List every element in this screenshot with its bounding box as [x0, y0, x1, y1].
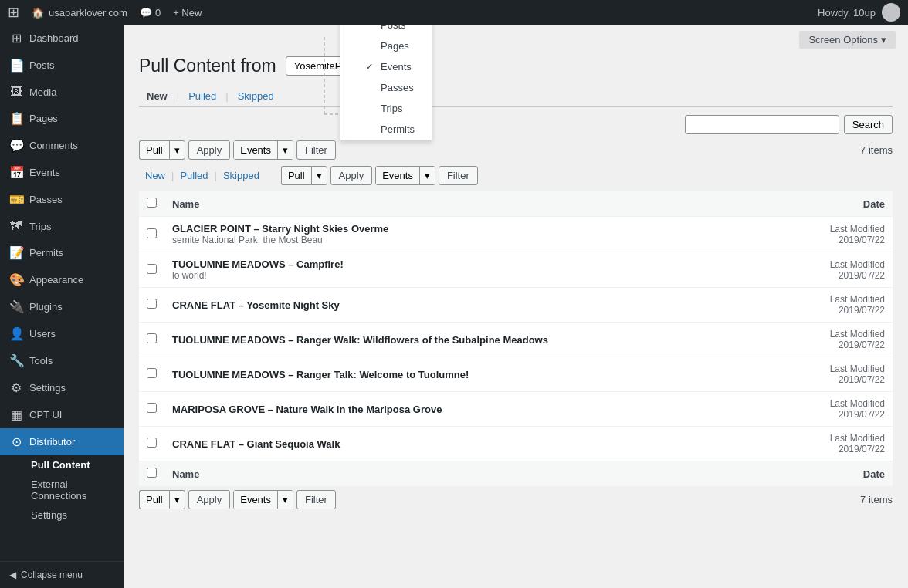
new-label[interactable]: + New [173, 7, 202, 19]
apply-button-top[interactable]: Apply [188, 140, 231, 160]
sidebar-item-appearance[interactable]: 🎨 Appearance [0, 266, 124, 293]
pull-button[interactable]: Pull [139, 140, 169, 160]
table-row: TUOLUMNE MEADOWS – Campfire! lo world! L… [139, 252, 893, 288]
sidebar-item-media[interactable]: 🖼 Media [0, 79, 124, 105]
dropdown-posts-label: Posts [381, 25, 406, 31]
dropdown-item-posts[interactable]: Posts [340, 25, 432, 35]
dropdown-item-permits[interactable]: Permits [340, 119, 432, 140]
filter-button-inner[interactable]: Filter [439, 166, 478, 185]
top-action-row: Pull ▾ Apply Events ▾ Filter 7 items [139, 140, 893, 160]
sidebar-sub-pull-content[interactable]: Pull Content [22, 455, 124, 475]
row-checkbox-6[interactable] [147, 438, 157, 448]
pull-dropdown-button[interactable]: ▾ [169, 140, 185, 160]
sidebar-item-settings[interactable]: ⚙ Settings [0, 374, 124, 401]
sidebar-item-passes[interactable]: 🎫 Passes [0, 186, 124, 213]
events-dropdown-bottom[interactable]: ▾ [278, 491, 293, 509]
pull-dropdown-inner[interactable]: ▾ [311, 166, 327, 185]
date-label-0: Last Modified [789, 224, 885, 235]
admin-bar-new[interactable]: + New [173, 7, 202, 19]
site-icon: 🏠 [32, 7, 44, 19]
pull-button-inner[interactable]: Pull [281, 166, 311, 185]
row-checkbox-0[interactable] [147, 228, 157, 238]
sidebar-item-events[interactable]: 📅 Events [0, 159, 124, 186]
tab-new[interactable]: New [139, 86, 175, 106]
dropdown-item-events[interactable]: ✓ Events [340, 56, 432, 77]
sidebar-item-pages[interactable]: 📋 Pages [0, 105, 124, 132]
sidebar-item-label: Posts [29, 59, 55, 71]
passes-icon: 🎫 [9, 192, 23, 207]
item-name-4[interactable]: TUOLUMNE MEADOWS – Ranger Talk: Welcome … [172, 369, 774, 380]
events-dropdown-button[interactable]: ▾ [278, 141, 293, 159]
item-name-2[interactable]: CRANE FLAT – Yosemite Night Sky [172, 299, 774, 311]
date-value-2: 2019/07/22 [789, 305, 885, 316]
admin-bar-comments[interactable]: 💬 0 [140, 7, 161, 19]
date-label-3: Last Modified [789, 329, 885, 340]
filter-button-bottom[interactable]: Filter [296, 490, 336, 509]
sidebar-item-dashboard[interactable]: ⊞ Dashboard [0, 25, 124, 52]
filter-button-top[interactable]: Filter [296, 140, 336, 160]
row-checkbox-1[interactable] [147, 264, 157, 274]
collapse-menu-button[interactable]: ◀ Collapse menu [0, 561, 124, 588]
date-label-4: Last Modified [789, 363, 885, 374]
inner-tab-pulled[interactable]: Pulled [174, 166, 214, 185]
apply-button-bottom[interactable]: Apply [188, 490, 231, 509]
inner-tabs: New | Pulled | Skipped Pull ▾ Apply Even… [139, 166, 893, 185]
sidebar-item-label: Users [29, 328, 56, 340]
select-all-checkbox-footer[interactable] [147, 468, 157, 478]
row-checkbox-4[interactable] [147, 368, 157, 378]
row-checkbox-2[interactable] [147, 299, 157, 309]
search-button[interactable]: Search [844, 115, 893, 134]
dropdown-events-label: Events [381, 61, 412, 73]
inner-tab-new[interactable]: New [139, 166, 171, 185]
dropdown-item-pages[interactable]: Pages [340, 35, 432, 56]
sidebar-item-permits[interactable]: 📝 Permits [0, 239, 124, 266]
dropdown-item-passes[interactable]: Passes [340, 77, 432, 98]
tools-icon: 🔧 [9, 353, 23, 368]
sidebar-item-distributor[interactable]: ⊙ Distributor [0, 428, 124, 455]
sidebar-item-users[interactable]: 👤 Users [0, 320, 124, 347]
pull-btn-group: Pull ▾ [139, 140, 185, 160]
item-name-5[interactable]: MARIPOSA GROVE – Nature Walk in the Mari… [172, 404, 774, 415]
admin-bar: ⊞ 🏠 usaparklover.com 💬 0 + New Howdy, 10… [0, 0, 908, 25]
sidebar-item-comments[interactable]: 💬 Comments [0, 132, 124, 159]
dropdown-item-trips[interactable]: Trips [340, 98, 432, 119]
events-button[interactable]: Events [234, 141, 278, 159]
tab-pulled[interactable]: Pulled [181, 86, 224, 106]
item-name-6[interactable]: CRANE FLAT – Giant Sequoia Walk [172, 438, 774, 450]
pull-button-bottom[interactable]: Pull [139, 490, 169, 509]
sidebar-item-tools[interactable]: 🔧 Tools [0, 347, 124, 374]
sidebar-item-label: Appearance [29, 274, 83, 286]
inner-tab-skipped[interactable]: Skipped [217, 166, 266, 185]
admin-bar-site[interactable]: 🏠 usaparklover.com [32, 7, 127, 19]
tab-skipped[interactable]: Skipped [230, 86, 282, 106]
sidebar-item-plugins[interactable]: 🔌 Plugins [0, 293, 124, 320]
events-dropdown-inner[interactable]: ▾ [420, 167, 435, 184]
sidebar-sub-settings[interactable]: Settings [22, 505, 124, 525]
events-button-inner[interactable]: Events [376, 167, 420, 184]
sidebar-item-label: Pages [29, 113, 58, 124]
row-checkbox-3[interactable] [147, 333, 157, 343]
date-value-4: 2019/07/22 [789, 374, 885, 385]
screen-options-button[interactable]: Screen Options ▾ [799, 31, 896, 49]
item-name-0[interactable]: GLACIER POINT – Starry Night Skies Overm… [172, 223, 774, 235]
dashboard-icon: ⊞ [9, 31, 23, 46]
pull-dropdown-bottom[interactable]: ▾ [169, 490, 185, 509]
events-btn-group-bottom: Events ▾ [233, 490, 293, 509]
apply-button-inner[interactable]: Apply [330, 166, 373, 185]
select-all-checkbox[interactable] [147, 198, 157, 208]
date-value-5: 2019/07/22 [789, 409, 885, 420]
sidebar-item-cpt-ui[interactable]: ▦ CPT UI [0, 401, 124, 428]
table-row: MARIPOSA GROVE – Nature Walk in the Mari… [139, 392, 893, 427]
row-checkbox-5[interactable] [147, 403, 157, 413]
site-name[interactable]: usaparklover.com [49, 7, 127, 19]
item-name-1[interactable]: TUOLUMNE MEADOWS – Campfire! [172, 259, 774, 270]
search-input[interactable] [685, 115, 839, 134]
sidebar-item-label: Plugins [29, 301, 63, 313]
sidebar-item-trips[interactable]: 🗺 Trips [0, 213, 124, 239]
sidebar-sub-external-connections[interactable]: External Connections [22, 475, 124, 505]
pull-btn-group-inner: Pull ▾ [281, 166, 327, 185]
sidebar-item-posts[interactable]: 📄 Posts [0, 52, 124, 79]
events-button-bottom[interactable]: Events [234, 491, 278, 509]
wp-logo[interactable]: ⊞ [8, 4, 19, 21]
item-name-3[interactable]: TUOLUMNE MEADOWS – Ranger Walk: Wildflow… [172, 334, 774, 346]
